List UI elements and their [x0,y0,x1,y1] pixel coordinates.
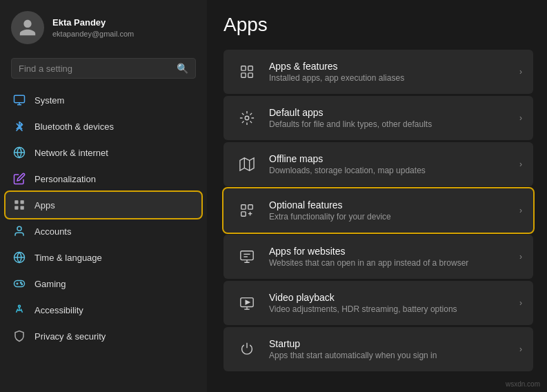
svg-point-13 [19,305,21,307]
settings-item-optional-features[interactable]: Optional features Extra functionality fo… [223,188,533,233]
sidebar-item-network[interactable]: Network & internet [6,139,201,166]
sidebar-item-personalization[interactable]: Personalization [6,166,201,192]
watermark: wsxdn.com [506,380,540,388]
settings-item-apps-features[interactable]: Apps & features Installed apps, app exec… [223,50,533,94]
settings-item-desc: Downloads, storage location, map updates [269,166,510,175]
sidebar-item-label: System [34,95,64,106]
user-section[interactable]: Ekta Pandey ektapandey@gmail.com [0,0,207,52]
settings-item-desc: Apps that start automatically when you s… [269,351,510,360]
main-container: Ekta Pandey ektapandey@gmail.com 🔍 Syste… [0,0,547,392]
svg-rect-15 [248,66,252,70]
sidebar-item-bluetooth[interactable]: Bluetooth & devices [6,113,201,139]
personalization-icon [12,172,26,186]
svg-rect-22 [241,205,246,209]
svg-point-7 [17,226,21,231]
video-playback-icon [235,291,259,315]
svg-rect-14 [241,66,246,70]
user-info: Ekta Pandey ektapandey@gmail.com [52,17,134,38]
svg-rect-17 [248,73,252,77]
svg-rect-0 [14,95,25,103]
sidebar: Ekta Pandey ektapandey@gmail.com 🔍 Syste… [0,0,207,392]
settings-item-text: Apps for websites Websites that can open… [269,246,510,268]
svg-rect-16 [241,73,246,77]
sidebar-item-gaming[interactable]: Gaming [6,271,201,297]
settings-item-default-apps[interactable]: Default apps Defaults for file and link … [223,96,533,140]
system-icon [12,93,26,107]
time-icon [12,251,26,264]
settings-item-desc: Websites that can open in an app instead… [269,258,510,268]
user-avatar-icon [18,18,37,37]
apps-websites-icon [235,244,259,269]
accounts-icon [12,224,26,238]
settings-item-desc: Video adjustments, HDR streaming, batter… [269,304,510,314]
settings-item-title: Startup [269,338,510,349]
sidebar-item-privacy[interactable]: Privacy & security [6,323,201,349]
svg-rect-6 [21,206,24,210]
startup-icon [235,337,259,362]
svg-rect-4 [21,200,24,204]
settings-item-text: Video playback Video adjustments, HDR st… [269,292,510,314]
chevron-right-icon: › [519,159,522,169]
user-name: Ekta Pandey [52,17,134,28]
search-container: 🔍 [0,52,207,87]
svg-marker-33 [246,300,250,304]
sidebar-item-label: Gaming [34,279,66,289]
svg-rect-3 [14,200,18,204]
svg-point-11 [21,282,22,284]
settings-item-video-playback[interactable]: Video playback Video adjustments, HDR st… [223,281,533,325]
settings-item-desc: Defaults for file and link types, other … [269,119,510,129]
chevron-right-icon: › [519,67,522,77]
settings-item-apps-websites[interactable]: Apps for websites Websites that can open… [223,235,533,279]
network-icon [12,146,26,159]
settings-item-title: Default apps [269,107,510,118]
chevron-right-icon: › [519,206,522,215]
settings-item-offline-maps[interactable]: Offline maps Downloads, storage location… [223,142,533,186]
gaming-icon [12,277,26,291]
settings-item-text: Startup Apps that start automatically wh… [269,338,510,360]
sidebar-item-system[interactable]: System [6,87,201,113]
settings-item-text: Apps & features Installed apps, app exec… [269,61,510,83]
svg-marker-19 [240,158,254,170]
search-input[interactable] [19,63,171,74]
page-title: Apps [223,14,533,36]
settings-item-startup[interactable]: Startup Apps that start automatically wh… [223,327,533,371]
sidebar-item-label: Personalization [34,174,96,184]
chevron-right-icon: › [519,113,522,123]
sidebar-item-accounts[interactable]: Accounts [6,218,201,244]
sidebar-item-time[interactable]: Time & language [6,244,201,271]
settings-item-desc: Installed apps, app execution aliases [269,73,510,83]
avatar [11,11,44,44]
settings-item-text: Offline maps Downloads, storage location… [269,153,510,175]
svg-rect-5 [14,206,18,210]
search-icon: 🔍 [177,63,188,74]
nav-items: System Bluetooth & devices Network & int… [0,87,207,349]
optional-features-icon [235,198,259,223]
chevron-right-icon: › [519,298,522,308]
offline-maps-icon [235,152,259,177]
sidebar-item-label: Privacy & security [34,331,106,342]
sidebar-item-label: Apps [34,200,55,210]
chevron-right-icon: › [519,252,522,262]
sidebar-item-label: Accessibility [34,305,83,315]
settings-list: Apps & features Installed apps, app exec… [223,50,533,371]
user-email: ektapandey@gmail.com [52,30,134,38]
svg-point-12 [21,284,23,285]
svg-rect-10 [14,281,25,287]
privacy-icon [12,329,26,343]
svg-rect-23 [248,205,252,209]
sidebar-item-label: Bluetooth & devices [34,121,114,132]
svg-point-18 [245,116,249,120]
svg-rect-27 [241,251,253,260]
sidebar-item-accessibility[interactable]: Accessibility [6,297,201,323]
default-apps-icon [235,106,259,130]
bluetooth-icon [12,119,26,133]
sidebar-item-label: Accounts [34,226,71,237]
settings-item-title: Apps & features [269,61,510,72]
sidebar-item-label: Time & language [34,253,102,263]
apps-icon [12,198,26,212]
settings-item-text: Default apps Defaults for file and link … [269,107,510,129]
apps-features-icon [235,59,259,84]
sidebar-item-apps[interactable]: Apps [6,192,201,218]
sidebar-item-label: Network & internet [34,148,108,158]
content-area: Apps Apps & features Installed apps, app… [207,0,547,392]
